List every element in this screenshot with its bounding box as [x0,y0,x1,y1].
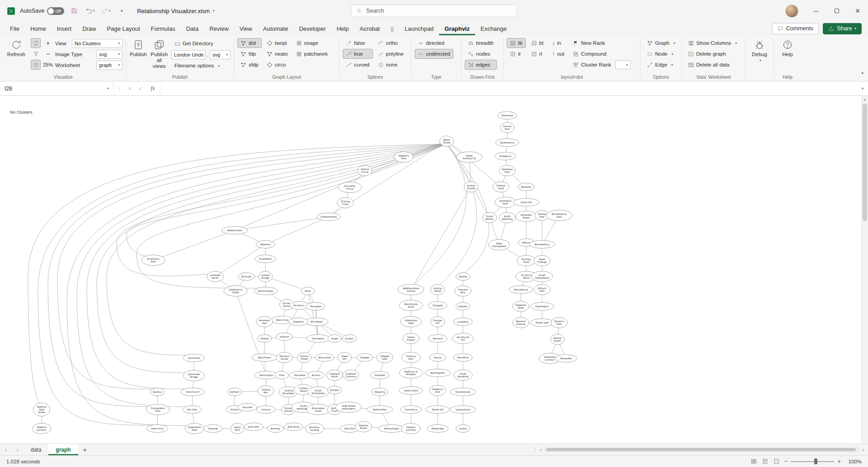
zoom-in-button[interactable]: + [43,38,53,48]
save-button[interactable] [68,5,80,17]
sheet-tab-graph[interactable]: graph [48,444,78,455]
tab-help[interactable]: Help [331,22,354,35]
undo-button[interactable]: ▾ [84,5,96,17]
splines-false-button[interactable]: false [343,38,373,48]
help-button[interactable]: Help [777,37,798,74]
splines-none-button[interactable]: none [375,60,407,70]
rankdir-tb-button[interactable]: tb [507,38,526,48]
vertical-scrollbar[interactable]: ▲ [861,96,868,443]
graph-options-button[interactable]: Graph▾ [644,38,679,48]
filename-options-button[interactable]: Filename options▾ [171,61,231,71]
tab-scroll-split-handle[interactable]: ⋮ [533,447,538,453]
formula-bar-expand-icon[interactable]: ▾ [857,86,868,91]
scroll-right-icon[interactable]: › [863,447,864,453]
enter-icon[interactable]: ✓ [135,85,146,92]
layout-sfdp-button[interactable]: sfdp [237,60,262,70]
filter-button[interactable] [31,49,41,59]
rankdir-rl-button[interactable]: rl [528,49,547,59]
worksheet-dropdown[interactable]: graph▾ [96,61,123,70]
publish-button[interactable]: Publish [129,37,147,74]
preview-toggle[interactable] [31,60,41,70]
layout-twopi-button[interactable]: twopi [264,38,291,48]
document-title[interactable]: Relationship Visualizer.xlsm▾ [137,8,214,14]
compound-button[interactable]: Compound [570,49,631,59]
debug-button[interactable]: Debug ▾ [749,37,770,74]
formula-input[interactable] [161,81,857,95]
page-layout-view-icon[interactable] [762,458,769,465]
avatar[interactable] [785,5,798,18]
tab-draw[interactable]: Draw [77,22,101,35]
minimize-button[interactable]: ─ [806,0,826,22]
rankdir-bt-button[interactable]: bt [528,38,547,48]
delete-all-data-button[interactable]: Delete all data [685,60,740,70]
worksheet-canvas[interactable]: No Clusters StanmoreCanonsParkQueensbury… [0,96,868,443]
zoom-out-icon[interactable]: − [784,458,788,465]
image-type-dropdown[interactable]: svg▾ [96,50,123,59]
drawn-first-edges-button[interactable]: edges [465,60,497,70]
refresh-button[interactable]: Refresh [4,37,28,74]
autosave-toggle[interactable]: Off [47,7,64,15]
tab-review[interactable]: Review [204,22,234,35]
drawn-first-breadth-button[interactable]: breadth [465,38,497,48]
new-rank-button[interactable]: New Rank [570,38,631,48]
type-directed-button[interactable]: directed [415,38,453,48]
insert-function-icon[interactable]: fx [146,85,160,92]
maximize-button[interactable] [826,0,847,22]
name-box[interactable]: I28▾ [0,81,114,95]
zoom-level[interactable]: 100% [845,459,862,464]
tab-file[interactable]: File [5,22,25,35]
extension-dropdown[interactable]: svg▾ [210,50,231,59]
cluster-rank-dropdown[interactable]: ▾ [615,60,631,69]
zoom-in-icon[interactable]: + [837,458,841,465]
layout-fdp-button[interactable]: fdp [237,49,262,59]
page-break-view-icon[interactable] [773,458,780,465]
sheet-nav-right-icon[interactable]: › [12,444,24,455]
zoom-slider-thumb[interactable] [814,458,817,464]
layout-neato-button[interactable]: neato [264,49,291,59]
tab-automate[interactable]: Automate [258,22,294,35]
search-input[interactable]: Search [351,5,517,17]
redo-button[interactable]: ▾ [100,5,112,17]
layout-dot-button[interactable]: dot [237,38,262,48]
horizontal-scrollbar[interactable] [544,447,860,452]
sheet-nav-left-icon[interactable]: ‹ [0,444,12,455]
horizontal-scroll-thumb[interactable] [546,448,856,451]
cluster-rank-button[interactable]: Cluster Rank▾ [570,60,631,70]
tab-launchpad[interactable]: Launchpad [399,22,439,35]
tab-home[interactable]: Home [25,22,52,35]
tab-exchange[interactable]: Exchange [475,22,512,35]
tab-view[interactable]: View [234,22,258,35]
show-columns-button[interactable]: Show Columns▾ [685,38,740,48]
customize-quick-access-button[interactable]: ▾ [116,5,127,17]
type-undirected-button[interactable]: undirected [415,49,453,59]
splines-true-button[interactable]: true [343,49,373,59]
tab-page-layout[interactable]: Page Layout [102,22,146,35]
layout-circo-button[interactable]: circo [264,60,291,70]
view-dropdown[interactable]: No Clusters▾ [72,39,123,48]
scroll-left-icon[interactable]: ‹ [540,447,542,453]
ordering-in-button[interactable]: ↓in [549,38,567,48]
splines-ortho-button[interactable]: ortho [375,38,407,48]
edge-options-button[interactable]: Edge▾ [644,60,679,70]
autosave-control[interactable]: AutoSave Off [20,7,64,15]
tab-graphviz[interactable]: Graphviz [439,22,475,35]
sheet-tab-data[interactable]: data [24,444,48,455]
scroll-up-icon[interactable]: ▲ [862,96,868,101]
cancel-icon[interactable]: × [124,85,135,92]
splines-polyline-button[interactable]: polyline [375,49,407,59]
rankdir-lr-button[interactable]: lr [507,49,526,59]
share-button[interactable]: Share▾ [823,23,862,34]
delete-graph-button[interactable]: Delete graph [685,49,740,59]
publish-all-views-button[interactable]: Publish all views [150,37,169,74]
get-directory-button[interactable]: Get Directory [171,38,231,48]
tab-insert[interactable]: Insert [52,22,77,35]
namebox-resize-handle[interactable]: ⋮ [114,86,124,91]
layout-patchwork-button[interactable]: patchwork [293,49,331,59]
filename-input[interactable]: London Unde [171,50,206,59]
auto-refresh-toggle[interactable] [31,38,41,48]
zoom-slider[interactable] [791,461,834,462]
splines-curved-button[interactable]: curved [343,60,373,70]
tab-formulas[interactable]: Formulas [146,22,181,35]
ribbon-collapse-icon[interactable]: ▴ [861,70,863,75]
drawn-first-nodes-button[interactable]: nodes [465,49,497,59]
